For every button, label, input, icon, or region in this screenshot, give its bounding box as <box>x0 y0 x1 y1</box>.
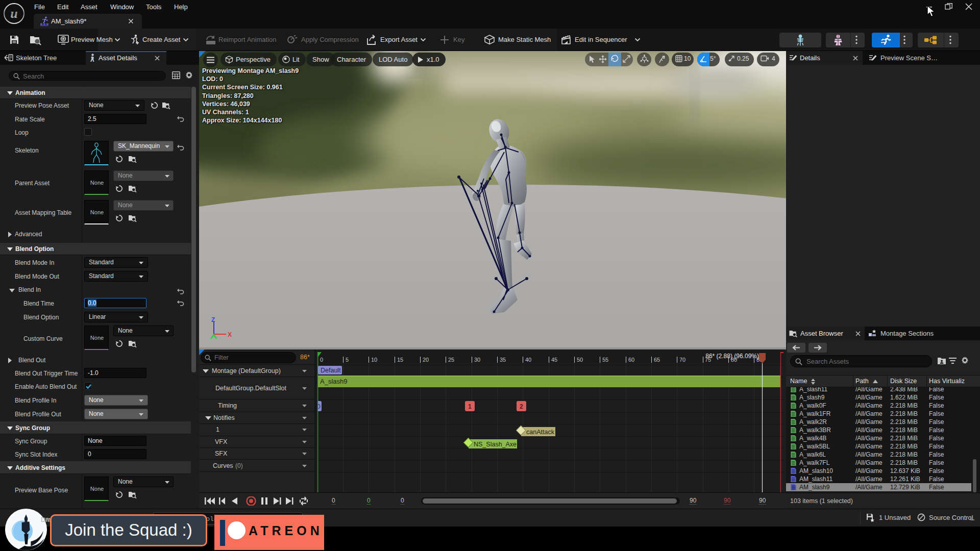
svg-text:20: 20 <box>423 357 429 363</box>
svg-text:u: u <box>10 6 17 21</box>
svg-text:1: 1 <box>468 403 472 410</box>
svg-text:55: 55 <box>602 357 608 363</box>
svg-text:Default: Default <box>321 367 341 374</box>
svg-text:70: 70 <box>679 357 685 363</box>
svg-text:5: 5 <box>346 357 349 363</box>
svg-text:40: 40 <box>525 357 531 363</box>
svg-text:45: 45 <box>551 357 557 363</box>
svg-text:X: X <box>228 331 232 338</box>
svg-text:15: 15 <box>397 357 403 363</box>
svg-text:65: 65 <box>654 357 660 363</box>
svg-text:50: 50 <box>577 357 583 363</box>
svg-text:Z: Z <box>211 316 215 323</box>
svg-text:canAttack: canAttack <box>526 429 555 436</box>
svg-text:A_slash9: A_slash9 <box>320 378 347 385</box>
svg-text:0: 0 <box>320 357 323 363</box>
svg-text:NS_Slash_Axe: NS_Slash_Axe <box>474 441 517 448</box>
svg-text:2: 2 <box>520 403 523 410</box>
svg-text:10: 10 <box>371 357 377 363</box>
svg-text:25: 25 <box>448 357 454 363</box>
svg-text:60: 60 <box>628 357 634 363</box>
svg-text:35: 35 <box>500 357 506 363</box>
svg-text:30: 30 <box>474 357 480 363</box>
